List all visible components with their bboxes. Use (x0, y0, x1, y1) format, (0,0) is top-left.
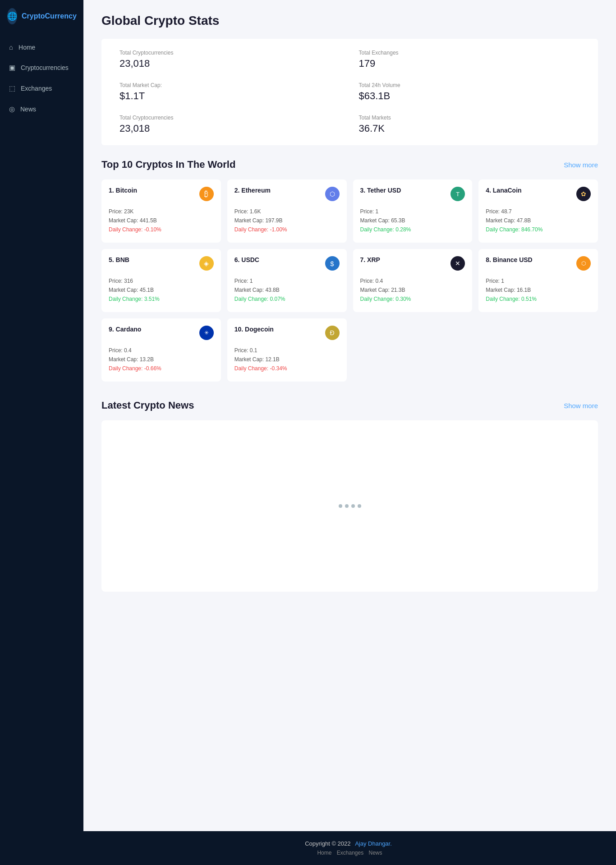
stat-value-5: 36.7K (359, 123, 580, 134)
footer-copyright: Copyright © 2022 Ajay Dhangar. (92, 840, 607, 847)
dot-3 (351, 504, 355, 508)
stat-value-1: 179 (359, 58, 580, 69)
crypto-card-header: 10. Dogecoin Ð (234, 326, 340, 340)
crypto-price: Price: 1 (486, 278, 591, 284)
cryptocurrencies-icon: ▣ (9, 64, 15, 72)
dot-1 (339, 504, 342, 508)
crypto-price: Price: 23K (109, 208, 214, 215)
news-loading (101, 420, 598, 592)
crypto-market-cap: Market Cap: 47.8B (486, 217, 591, 224)
crypto-price: Price: 0.4 (109, 347, 214, 354)
dot-2 (345, 504, 349, 508)
crypto-card-dogecoin[interactable]: 10. Dogecoin Ð Price: 0.1 Market Cap: 12… (227, 318, 347, 382)
crypto-price: Price: 0.4 (360, 278, 465, 284)
crypto-market-cap: Market Cap: 441.5B (109, 217, 214, 224)
news-header: Latest Crypto News Show more (101, 400, 598, 411)
sidebar-item-home-label: Home (18, 44, 35, 51)
crypto-name: 6. USDC (234, 256, 259, 263)
exchanges-icon: ⬚ (9, 84, 15, 92)
crypto-price: Price: 1 (360, 208, 465, 215)
crypto-market-cap: Market Cap: 21.3B (360, 287, 465, 293)
crypto-market-cap: Market Cap: 13.2B (109, 356, 214, 363)
stat-label-3: Total 24h Volume (359, 82, 580, 88)
crypto-daily-change: Daily Change: 0.30% (360, 296, 465, 302)
crypto-daily-change: Daily Change: -1.00% (234, 226, 340, 233)
footer-link-news[interactable]: News (369, 850, 382, 856)
site-footer: Copyright © 2022 Ajay Dhangar. Home Exch… (83, 831, 616, 865)
stat-total-24h-volume: Total 24h Volume $63.1B (350, 76, 589, 108)
crypto-price: Price: 316 (109, 278, 214, 284)
crypto-card-ethereum[interactable]: 2. Ethereum ⬡ Price: 1.6K Market Cap: 19… (227, 179, 347, 243)
crypto-price: Price: 48.7 (486, 208, 591, 215)
show-more-news[interactable]: Show more (564, 402, 598, 409)
stat-total-market-cap: Total Market Cap: $1.1T (110, 76, 350, 108)
crypto-name: 3. Tether USD (360, 187, 401, 194)
stat-total-cryptocurrencies-1: Total Cryptocurrencies 23,018 (110, 43, 350, 76)
home-icon: ⌂ (9, 43, 13, 51)
crypto-daily-change: Daily Change: 3.51% (109, 296, 214, 302)
crypto-card-header: 4. LanaCoin ✿ (486, 187, 591, 201)
crypto-icon: $ (325, 256, 340, 271)
crypto-name: 7. XRP (360, 256, 380, 263)
crypto-name: 9. Cardano (109, 326, 141, 333)
crypto-name: 2. Ethereum (234, 187, 271, 194)
crypto-name: 4. LanaCoin (486, 187, 521, 194)
show-more-cryptos[interactable]: Show more (564, 161, 598, 169)
sidebar-logo[interactable]: 🌐 CryptoCurrency (0, 0, 83, 32)
crypto-icon: ₿ (199, 187, 214, 201)
crypto-grid: 1. Bitcoin ₿ Price: 23K Market Cap: 441.… (101, 179, 598, 382)
sidebar-item-news-label: News (20, 106, 36, 113)
crypto-name: 5. BNB (109, 256, 129, 263)
sidebar-item-exchanges-label: Exchanges (21, 85, 52, 92)
crypto-market-cap: Market Cap: 65.3B (360, 217, 465, 224)
crypto-icon: ⬡ (576, 256, 591, 271)
sidebar: 🌐 CryptoCurrency ⌂ Home ▣ Cryptocurrenci… (0, 0, 83, 865)
footer-link-home[interactable]: Home (317, 850, 331, 856)
crypto-daily-change: Daily Change: 846.70% (486, 226, 591, 233)
stat-label-1: Total Exchanges (359, 50, 580, 56)
crypto-card-usdc[interactable]: 6. USDC $ Price: 1 Market Cap: 43.8B Dai… (227, 249, 347, 312)
crypto-daily-change: Daily Change: -0.10% (109, 226, 214, 233)
stat-value-3: $63.1B (359, 90, 580, 102)
crypto-card-bnb[interactable]: 5. BNB ◈ Price: 316 Market Cap: 45.1B Da… (101, 249, 221, 312)
main-content: Global Crypto Stats Total Cryptocurrenci… (83, 0, 616, 831)
crypto-market-cap: Market Cap: 12.1B (234, 356, 340, 363)
app-name: CryptoCurrency (22, 12, 77, 20)
crypto-card-lanacoin[interactable]: 4. LanaCoin ✿ Price: 48.7 Market Cap: 47… (478, 179, 598, 243)
stat-label-2: Total Market Cap: (120, 82, 341, 88)
logo-icon: 🌐 (7, 8, 17, 24)
crypto-card-bitcoin[interactable]: 1. Bitcoin ₿ Price: 23K Market Cap: 441.… (101, 179, 221, 243)
crypto-card-tether-usd[interactable]: 3. Tether USD T Price: 1 Market Cap: 65.… (353, 179, 473, 243)
crypto-card-header: 5. BNB ◈ (109, 256, 214, 271)
news-title: Latest Crypto News (101, 400, 194, 411)
crypto-name: 1. Bitcoin (109, 187, 137, 194)
stat-label-5: Total Markets (359, 115, 580, 121)
crypto-daily-change: Daily Change: -0.66% (109, 365, 214, 372)
crypto-icon: ✳ (199, 326, 214, 340)
sidebar-nav: ⌂ Home ▣ Cryptocurrencies ⬚ Exchanges ◎ … (0, 37, 83, 120)
crypto-icon: ✿ (576, 187, 591, 201)
news-icon: ◎ (9, 105, 15, 113)
sidebar-item-cryptocurrencies[interactable]: ▣ Cryptocurrencies (0, 57, 83, 78)
sidebar-item-news[interactable]: ◎ News (0, 99, 83, 120)
crypto-card-binance-usd[interactable]: 8. Binance USD ⬡ Price: 1 Market Cap: 16… (478, 249, 598, 312)
footer-link-exchanges[interactable]: Exchanges (337, 850, 363, 856)
crypto-name: 8. Binance USD (486, 256, 532, 263)
footer-author-link[interactable]: Ajay Dhangar. (355, 840, 392, 847)
crypto-daily-change: Daily Change: 0.28% (360, 226, 465, 233)
top-cryptos-title: Top 10 Cryptos In The World (101, 159, 235, 170)
sidebar-item-home[interactable]: ⌂ Home (0, 37, 83, 57)
top-cryptos-header: Top 10 Cryptos In The World Show more (101, 159, 598, 170)
sidebar-item-exchanges[interactable]: ⬚ Exchanges (0, 78, 83, 99)
crypto-icon: ✕ (451, 256, 465, 271)
crypto-card-header: 7. XRP ✕ (360, 256, 465, 271)
crypto-card-xrp[interactable]: 7. XRP ✕ Price: 0.4 Market Cap: 21.3B Da… (353, 249, 473, 312)
crypto-price: Price: 1 (234, 278, 340, 284)
crypto-card-cardano[interactable]: 9. Cardano ✳ Price: 0.4 Market Cap: 13.2… (101, 318, 221, 382)
crypto-card-header: 1. Bitcoin ₿ (109, 187, 214, 201)
stat-total-exchanges: Total Exchanges 179 (350, 43, 589, 76)
stat-label-0: Total Cryptocurrencies (120, 50, 341, 56)
stat-total-cryptocurrencies-2: Total Cryptocurrencies 23,018 (110, 108, 350, 141)
page-title: Global Crypto Stats (101, 14, 598, 28)
crypto-icon: T (451, 187, 465, 201)
